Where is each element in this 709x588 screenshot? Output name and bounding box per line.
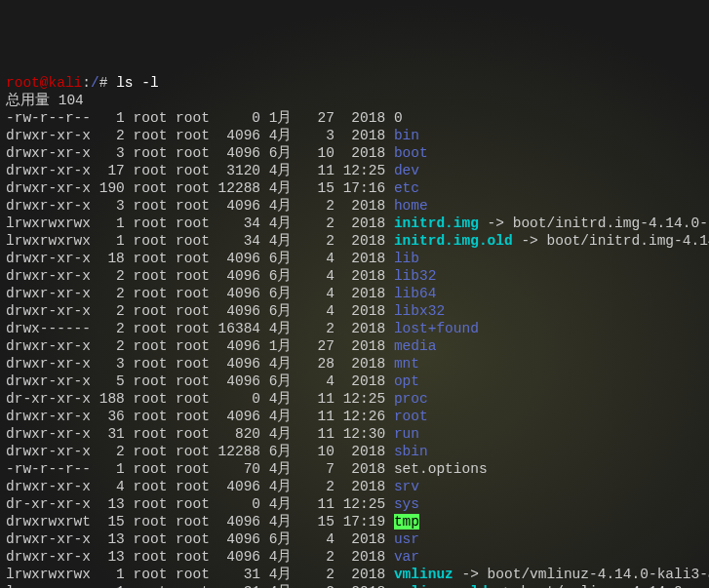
file-name: tmp [394, 514, 419, 529]
file-name: lib64 [394, 286, 437, 301]
file-name: usr [394, 531, 419, 547]
terminal-output[interactable]: root@kali:/# ls -l总用量 104-rw-r--r-- 1 ro… [6, 74, 703, 588]
file-name: home [394, 198, 428, 214]
file-name: lost+found [394, 321, 479, 336]
link-target: -> boot/initrd.img-4.14.0-kali3-amd64 [479, 216, 709, 231]
listing-row: drwxr-xr-x 2 root root 4096 4月 3 2018 bi… [6, 127, 703, 144]
file-name: boot [394, 145, 428, 161]
listing-row: -rw-r--r-- 1 root root 70 4月 7 2018 set.… [6, 460, 703, 478]
listing-row: drwxr-xr-x 2 root root 4096 6月 4 2018 li… [6, 302, 703, 320]
listing-row: drwxrwxrwt 15 root root 4096 4月 15 17:19… [6, 513, 703, 530]
link-target: -> boot/vmlinuz-4.14.0-kali3-amd64 [453, 567, 709, 582]
listing-row: lrwxrwxrwx 1 root root 31 4月 2 2018 vmli… [6, 583, 703, 588]
listing-row: drwxr-xr-x 3 root root 4096 4月 2 2018 ho… [6, 197, 703, 215]
command-text: ls -l [116, 75, 159, 91]
file-name: var [394, 549, 419, 565]
listing-row: drwxr-xr-x 3 root root 4096 6月 10 2018 b… [6, 144, 703, 162]
file-name: initrd.img.old [394, 233, 513, 249]
file-name: opt [394, 373, 419, 389]
prompt-sep: : [82, 75, 91, 91]
listing-row: drwxr-xr-x 2 root root 4096 1月 27 2018 m… [6, 337, 703, 355]
listing-row: drwx------ 2 root root 16384 4月 2 2018 l… [6, 320, 703, 337]
file-name: root [394, 409, 428, 424]
link-target: -> boot/vmlinuz-4.14.0- [488, 584, 691, 588]
file-name: vmlinuz [394, 567, 453, 582]
file-name: lib [394, 251, 419, 266]
listing-row: drwxr-xr-x 31 root root 820 4月 11 12:30 … [6, 425, 703, 443]
listing-row: dr-xr-xr-x 188 root root 0 4月 11 12:25 p… [6, 390, 703, 408]
listing-row: drwxr-xr-x 17 root root 3120 4月 11 12:25… [6, 162, 703, 179]
file-name: 0 [394, 110, 403, 126]
prompt-path: / [91, 75, 99, 91]
prompt-line: root@kali:/# ls -l [6, 74, 703, 92]
link-target: -> boot/initrd.img-4.14.0-kali3-amd64 [513, 233, 709, 249]
listing-row: drwxr-xr-x 13 root root 4096 6月 4 2018 u… [6, 530, 703, 548]
listing-row: drwxr-xr-x 2 root root 12288 6月 10 2018 … [6, 443, 703, 460]
file-name: media [394, 338, 437, 354]
file-name: sbin [394, 444, 428, 459]
listing-row: drwxr-xr-x 3 root root 4096 4月 28 2018 m… [6, 355, 703, 372]
listing-row: dr-xr-xr-x 13 root root 0 4月 11 12:25 sy… [6, 495, 703, 513]
listing-row: drwxr-xr-x 2 root root 4096 6月 4 2018 li… [6, 267, 703, 285]
prompt-user: root@kali [6, 75, 82, 91]
listing-row: drwxr-xr-x 13 root root 4096 4月 2 2018 v… [6, 548, 703, 566]
file-name: srv [394, 479, 419, 494]
file-name: initrd.img [394, 216, 479, 231]
listing-row: drwxr-xr-x 36 root root 4096 4月 11 12:26… [6, 408, 703, 425]
file-name: dev [394, 163, 419, 178]
file-name: run [394, 426, 419, 442]
file-name: bin [394, 128, 419, 143]
file-name: sys [394, 496, 419, 512]
file-name: lib32 [394, 268, 437, 284]
file-name: etc [394, 180, 419, 196]
file-name: mnt [394, 356, 419, 372]
listing-row: lrwxrwxrwx 1 root root 34 4月 2 2018 init… [6, 215, 703, 232]
file-name: vmlinuz.old [394, 584, 488, 588]
listing-row: -rw-r--r-- 1 root root 0 1月 27 2018 0 [6, 109, 703, 127]
listing-row: lrwxrwxrwx 1 root root 31 4月 2 2018 vmli… [6, 566, 703, 583]
listing-row: lrwxrwxrwx 1 root root 34 4月 2 2018 init… [6, 232, 703, 250]
listing-row: drwxr-xr-x 190 root root 12288 4月 15 17:… [6, 179, 703, 197]
total-line: 总用量 104 [6, 92, 703, 109]
listing-row: drwxr-xr-x 18 root root 4096 6月 4 2018 l… [6, 250, 703, 267]
listing-row: drwxr-xr-x 4 root root 4096 4月 2 2018 sr… [6, 478, 703, 495]
file-name: libx32 [394, 303, 445, 319]
file-name: proc [394, 391, 428, 407]
listing-row: drwxr-xr-x 5 root root 4096 6月 4 2018 op… [6, 372, 703, 390]
file-name: set.options [394, 461, 488, 477]
prompt-hash: # [99, 75, 116, 91]
listing-row: drwxr-xr-x 2 root root 4096 6月 4 2018 li… [6, 285, 703, 302]
